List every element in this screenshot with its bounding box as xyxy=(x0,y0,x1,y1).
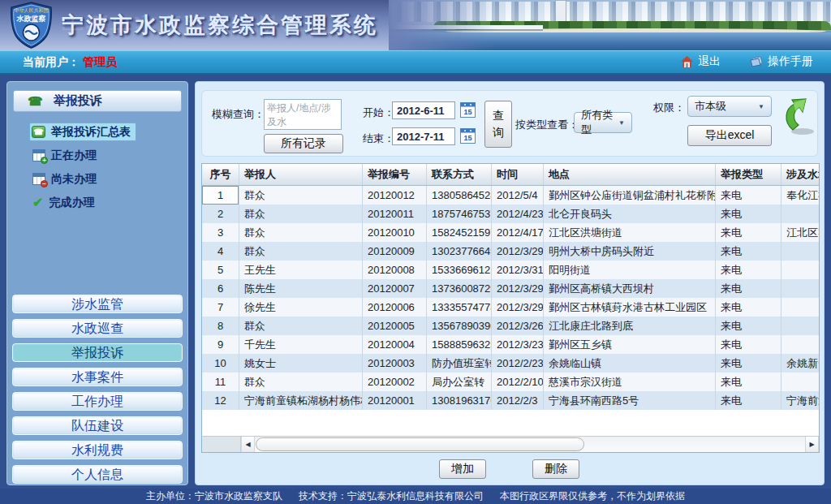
table-cell[interactable]: 来电 xyxy=(716,298,781,317)
end-date-input[interactable] xyxy=(392,127,455,145)
table-cell[interactable] xyxy=(781,279,819,298)
table-cell[interactable]: 宁海前童镇柘湖杨村杨伟林 xyxy=(239,391,363,410)
row-index-cell[interactable]: 3 xyxy=(202,223,239,242)
table-cell[interactable]: 15888596325 xyxy=(427,335,492,354)
table-cell[interactable]: 余姚新奄 xyxy=(781,354,819,373)
table-cell[interactable]: 20120009 xyxy=(363,242,427,261)
table-cell[interactable]: 鄞州区五乡镇 xyxy=(544,335,716,354)
row-index-cell[interactable]: 10 xyxy=(202,354,239,373)
table-row[interactable]: 8群众20120005135678903902012/3/26江北康庄北路到底来… xyxy=(202,317,819,335)
table-row[interactable]: 11群众20120002局办公室转2012/2/10慈溪市宗汉街道来电 xyxy=(202,373,819,391)
sidebar-nav-item-1[interactable]: 水政巡查 xyxy=(12,319,183,338)
table-cell[interactable]: 20120003 xyxy=(363,354,427,373)
table-cell[interactable]: 来电 xyxy=(716,391,781,410)
table-cell[interactable]: 2012/2/3 xyxy=(492,391,544,410)
table-row[interactable]: 12宁海前童镇柘湖杨村杨伟林20120001130819631762012/2/… xyxy=(202,391,819,410)
column-header[interactable]: 时间 xyxy=(492,164,544,185)
column-header[interactable]: 举报编号 xyxy=(363,164,427,185)
table-cell[interactable]: 18757467537 xyxy=(427,205,492,223)
row-index-cell[interactable]: 5 xyxy=(202,261,239,279)
table-cell[interactable]: 2012/3/29 xyxy=(492,279,544,298)
scroll-left-button[interactable]: ◀ xyxy=(241,437,255,452)
table-cell[interactable]: 来电 xyxy=(716,205,781,223)
table-cell[interactable]: 15824521597 xyxy=(427,223,492,242)
table-cell[interactable]: 群众 xyxy=(239,205,363,223)
table-cell[interactable]: 2012/4/17 xyxy=(492,223,544,242)
table-cell[interactable]: 明州大桥中房码头附近 xyxy=(544,242,716,261)
column-header[interactable]: 序号 xyxy=(202,164,239,185)
table-cell[interactable]: 13805864528 xyxy=(427,186,492,205)
table-cell[interactable]: 宁海县环南西路5号 xyxy=(544,391,716,410)
table-cell[interactable]: 鄞州区高桥镇大西坝村 xyxy=(544,279,716,298)
scrollbar-thumb[interactable] xyxy=(256,437,584,451)
row-index-cell[interactable]: 2 xyxy=(202,205,239,223)
query-button[interactable]: 查询 xyxy=(484,101,512,148)
table-cell[interactable]: 江北区宅 xyxy=(781,223,819,242)
table-cell[interactable]: 20120010 xyxy=(363,223,427,242)
table-cell[interactable]: 13736008729 xyxy=(427,279,492,298)
table-cell[interactable]: 来电 xyxy=(716,279,781,298)
table-cell[interactable]: 2012/4/23 xyxy=(492,205,544,223)
column-header[interactable]: 联系方式 xyxy=(427,164,492,185)
table-cell[interactable]: 来电 xyxy=(716,223,781,242)
tree-item-not-processed[interactable]: − 尚未办理 xyxy=(31,170,101,188)
column-header[interactable]: 举报类型 xyxy=(716,164,781,185)
column-header[interactable]: 举报人 xyxy=(239,164,363,185)
table-cell[interactable]: 北仑开良码头 xyxy=(544,205,716,223)
table-cell[interactable] xyxy=(781,261,819,279)
table-cell[interactable]: 20120011 xyxy=(363,205,427,223)
table-cell[interactable]: 群众 xyxy=(239,242,363,261)
table-cell[interactable]: 阳明街道 xyxy=(544,261,716,279)
table-cell[interactable]: 鄞州区钟公庙街道铜盆浦村礼花桥附近 xyxy=(544,186,716,205)
table-cell[interactable]: 20120007 xyxy=(363,279,427,298)
table-cell[interactable]: 2012/3/29 xyxy=(492,242,544,261)
table-cell[interactable]: 来电 xyxy=(716,317,781,335)
row-index-cell[interactable]: 7 xyxy=(202,298,239,317)
sidebar-nav-item-6[interactable]: 水利规费 xyxy=(12,441,183,459)
calendar-icon[interactable]: 15 xyxy=(460,127,476,144)
table-cell[interactable]: 群众 xyxy=(239,317,363,335)
table-row[interactable]: 2群众20120011187574675372012/4/23北仑开良码头来电 xyxy=(202,205,819,223)
table-cell[interactable]: 江北康庄北路到底 xyxy=(544,317,716,335)
table-cell[interactable]: 徐先生 xyxy=(239,298,363,317)
fuzzy-query-input[interactable] xyxy=(264,99,342,130)
export-excel-button[interactable]: 导出excel xyxy=(687,125,772,146)
sidebar-nav-item-7[interactable]: 个人信息 xyxy=(12,465,183,484)
table-cell[interactable]: 2012/2/10 xyxy=(492,373,544,391)
sidebar-nav-item-5[interactable]: 队伍建设 xyxy=(12,416,183,435)
table-cell[interactable]: 群众 xyxy=(239,373,363,391)
table-cell[interactable]: 宁海前溪 xyxy=(781,391,819,410)
column-header[interactable]: 地点 xyxy=(544,164,716,185)
manual-button[interactable]: 操作手册 xyxy=(750,54,813,69)
scroll-right-button[interactable]: ▶ xyxy=(805,437,819,452)
table-cell[interactable]: 群众 xyxy=(239,223,363,242)
table-cell[interactable]: 鄞州区古林镇葑水港古林工业园区 xyxy=(544,298,716,317)
table-cell[interactable] xyxy=(781,373,819,391)
table-cell[interactable]: 来电 xyxy=(716,186,781,205)
table-cell[interactable]: 2012/3/31 xyxy=(492,261,544,279)
table-cell[interactable]: 千先生 xyxy=(239,335,363,354)
permission-select[interactable]: 市本级 ▼ xyxy=(687,96,772,117)
tree-item-in-progress[interactable]: + 正在办理 xyxy=(31,146,101,165)
row-index-cell[interactable]: 1 xyxy=(202,186,239,205)
table-cell[interactable]: 来电 xyxy=(716,242,781,261)
table-row[interactable]: 6陈先生20120007137360087292012/3/29鄞州区高桥镇大西… xyxy=(202,279,819,298)
all-records-button[interactable]: 所有记录 xyxy=(264,134,343,153)
table-cell[interactable]: 2012/3/29 xyxy=(492,298,544,317)
table-cell[interactable]: 来电 xyxy=(716,354,781,373)
table-cell[interactable]: 慈溪市宗汉街道 xyxy=(544,373,716,391)
table-cell[interactable]: 20120004 xyxy=(363,335,427,354)
table-cell[interactable]: 余姚临山镇 xyxy=(544,354,716,373)
table-cell[interactable] xyxy=(781,335,819,354)
type-filter-select[interactable]: 所有类型 ▼ xyxy=(574,112,632,133)
start-date-input[interactable] xyxy=(392,101,455,119)
row-index-cell[interactable]: 4 xyxy=(202,242,239,261)
table-row[interactable]: 10姚女士20120003防办值班室转2012/2/23余姚临山镇来电余姚新奄 xyxy=(202,354,819,373)
table-row[interactable]: 1群众20120012138058645282012/5/4鄞州区钟公庙街道铜盆… xyxy=(202,186,819,205)
tree-item-completed[interactable]: ✔ 完成办理 xyxy=(31,193,99,212)
table-cell[interactable]: 20120005 xyxy=(363,317,427,335)
table-cell[interactable]: 20120001 xyxy=(363,391,427,410)
row-index-cell[interactable]: 9 xyxy=(202,335,239,354)
table-cell[interactable]: 15336696121 xyxy=(427,261,492,279)
row-index-cell[interactable]: 11 xyxy=(202,373,239,391)
